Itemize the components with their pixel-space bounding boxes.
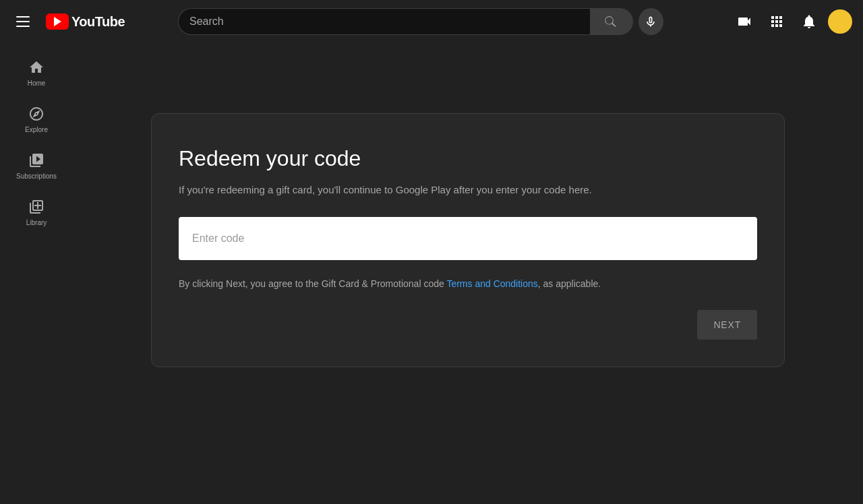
youtube-logo[interactable]: YouTube — [46, 13, 125, 30]
youtube-logo-icon — [46, 13, 69, 30]
code-input[interactable] — [179, 217, 757, 260]
sidebar-item-library-label: Library — [26, 219, 47, 226]
youtube-logo-text: YouTube — [71, 14, 125, 30]
sidebar-item-home-label: Home — [28, 80, 46, 87]
terms-prefix: By clicking Next, you agree to the Gift … — [179, 278, 446, 289]
search-input[interactable] — [178, 8, 590, 35]
sidebar-item-library[interactable]: Library — [3, 188, 70, 234]
library-icon — [28, 199, 44, 215]
next-button[interactable]: NEXT — [697, 310, 757, 340]
header-left: YouTube — [11, 11, 173, 32]
create-button[interactable] — [731, 8, 758, 35]
search-form — [178, 8, 633, 35]
sidebar-item-home[interactable]: Home — [3, 49, 70, 95]
header-search-area — [178, 8, 663, 35]
notifications-button[interactable] — [796, 8, 823, 35]
redeem-title: Redeem your code — [179, 146, 757, 171]
sidebar-item-explore[interactable]: Explore — [3, 95, 70, 141]
apps-icon — [769, 13, 785, 30]
sidebar: Home Explore Subscriptions Library — [0, 43, 73, 504]
explore-icon — [28, 106, 44, 122]
avatar[interactable] — [828, 9, 852, 34]
next-row: NEXT — [179, 310, 757, 340]
redeem-description: If you're redeeming a gift card, you'll … — [179, 182, 718, 198]
search-button[interactable] — [590, 8, 633, 35]
create-icon — [736, 13, 752, 30]
terms-link[interactable]: Terms and Conditions — [446, 278, 537, 289]
search-icon — [604, 15, 618, 28]
mic-icon — [644, 15, 657, 28]
bell-icon — [801, 13, 817, 30]
main-content: Redeem your code If you're redeeming a g… — [73, 43, 863, 504]
apps-button[interactable] — [763, 8, 790, 35]
header: YouTube — [0, 0, 863, 43]
subscriptions-icon — [28, 152, 44, 168]
sidebar-item-subscriptions-label: Subscriptions — [16, 172, 57, 180]
hamburger-menu-button[interactable] — [11, 11, 35, 32]
terms-text: By clicking Next, you agree to the Gift … — [179, 276, 757, 291]
terms-suffix: , as applicable. — [538, 278, 601, 289]
home-icon — [28, 59, 44, 75]
sidebar-item-explore-label: Explore — [25, 126, 48, 133]
voice-search-button[interactable] — [638, 8, 663, 35]
sidebar-item-subscriptions[interactable]: Subscriptions — [3, 141, 70, 188]
header-right — [731, 8, 852, 35]
redeem-card: Redeem your code If you're redeeming a g… — [151, 113, 785, 367]
